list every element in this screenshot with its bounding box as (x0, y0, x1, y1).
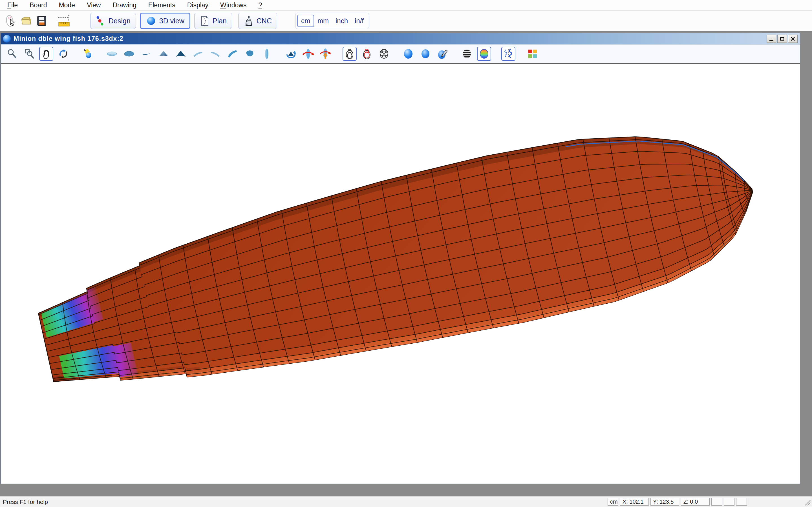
close-icon (791, 37, 795, 41)
open-folder-icon-svg (20, 14, 33, 27)
cnc-mode-icon (244, 15, 254, 27)
unit-inch-button[interactable]: inch (332, 15, 351, 26)
zoom-icon[interactable] (5, 47, 19, 61)
mesh-sphere-icon[interactable] (377, 47, 391, 61)
view-three-quarter-icon-svg (243, 48, 256, 59)
view-front-solid-icon[interactable] (174, 47, 188, 61)
spin-horizontal-icon[interactable] (301, 47, 315, 61)
light-icon-svg (82, 48, 93, 59)
view-rail-right-icon[interactable] (208, 47, 222, 61)
menu-elements[interactable]: Elements (148, 1, 175, 9)
view-deck-icon[interactable] (105, 47, 119, 61)
view-front-solid-icon-svg (174, 48, 187, 59)
menu-windows[interactable]: Windows (220, 1, 246, 9)
design-mode-label: Design (109, 17, 131, 25)
plan-mode-icon (200, 15, 210, 26)
design-mode-button[interactable]: Design (90, 13, 136, 29)
3d-canvas[interactable] (1, 64, 800, 484)
maximize-button[interactable] (777, 35, 787, 43)
minimize-button[interactable] (767, 35, 776, 43)
close-button[interactable] (788, 35, 798, 43)
menu-board[interactable]: Board (30, 1, 47, 9)
zebra-stripes-icon[interactable] (460, 47, 474, 61)
view-toolbar (1, 45, 800, 64)
zoom-window-icon[interactable] (22, 47, 36, 61)
menu-bar: File Board Mode View Drawing Elements Di… (0, 0, 812, 11)
document-window: Minion dble wing fish 176.s3dx:2 (1, 33, 800, 484)
design-mode-icon (96, 15, 106, 26)
view-rail-left-icon[interactable] (191, 47, 205, 61)
view-three-quarter-icon[interactable] (243, 47, 257, 61)
surfboard-3d-render (1, 64, 800, 484)
view-thickness-icon[interactable] (139, 47, 153, 61)
color-palette-icon[interactable] (525, 47, 540, 61)
status-z: Z: 0.0 (681, 498, 710, 506)
save-icon-svg (35, 14, 48, 27)
rotate-flip-icon-svg (285, 48, 297, 60)
rotate-flip-icon[interactable] (284, 47, 298, 61)
3d-view-mode-label: 3D view (159, 17, 185, 25)
new-board-pointer-icon-svg (4, 14, 17, 27)
status-help-text: Press F1 for help (3, 499, 48, 505)
document-titlebar[interactable]: Minion dble wing fish 176.s3dx:2 (1, 33, 800, 45)
spin-vertical-icon[interactable] (318, 47, 333, 61)
units-group: cm mm inch in/f (295, 13, 369, 29)
zebra-stripes-icon-svg (461, 48, 473, 60)
menu-drawing[interactable]: Drawing (112, 1, 136, 9)
main-toolbar: Design 3D view Plan CNC cm mm inch in/ (0, 11, 812, 32)
symmetry-compare-icon[interactable] (501, 47, 515, 61)
save-icon[interactable] (34, 13, 49, 29)
unit-mm-button[interactable]: mm (314, 15, 332, 26)
shaded-sphere-icon[interactable] (401, 47, 415, 61)
unit-inf-button[interactable]: in/f (351, 15, 367, 26)
unit-cm-button[interactable]: cm (297, 15, 314, 27)
zoom-window-icon-svg (23, 48, 35, 59)
wireframe-red-icon-svg (361, 48, 372, 60)
view-perspective-icon-svg (226, 48, 239, 59)
pan-hand-icon[interactable] (39, 47, 53, 61)
wireframe-board-icon[interactable] (343, 47, 357, 61)
rotate-view-icon[interactable] (56, 47, 70, 61)
curvature-map-icon-svg (478, 48, 490, 60)
resize-grip-icon[interactable] (804, 499, 811, 506)
view-front-shaded-icon-svg (157, 48, 170, 59)
status-coordinates: cm X: 102.1 Y: 123.5 Z: 0.0 (608, 498, 747, 506)
dimensions-icon[interactable] (56, 13, 71, 29)
menu-mode[interactable]: Mode (59, 1, 75, 9)
3d-view-mode-button[interactable]: 3D view (140, 13, 190, 29)
menu-help[interactable]: ? (258, 1, 262, 9)
menu-view[interactable]: View (87, 1, 101, 9)
view-outline-vertical-icon[interactable] (260, 47, 274, 61)
cnc-mode-label: CNC (257, 17, 272, 25)
status-bar: Press F1 for help cm X: 102.1 Y: 123.5 Z… (0, 496, 812, 507)
dimensions-icon-svg (57, 14, 71, 28)
view-perspective-icon[interactable] (225, 47, 239, 61)
menu-display[interactable]: Display (187, 1, 208, 9)
view-outline-vertical-icon-svg (262, 48, 271, 60)
view-bottom-icon[interactable] (122, 47, 136, 61)
minimize-icon (769, 40, 773, 41)
mesh-sphere-icon-svg (378, 48, 390, 60)
cnc-mode-button[interactable]: CNC (238, 13, 277, 29)
pan-hand-icon-svg (41, 48, 52, 59)
view-front-shaded-icon[interactable] (156, 47, 170, 61)
plan-mode-button[interactable]: Plan (194, 13, 232, 29)
open-folder-icon[interactable] (18, 13, 34, 29)
new-board-pointer-icon[interactable] (3, 13, 18, 29)
smooth-sphere-icon-svg (419, 48, 432, 60)
maximize-icon (780, 37, 784, 41)
wireframe-red-icon[interactable] (360, 47, 374, 61)
mdi-workspace: Minion dble wing fish 176.s3dx:2 (0, 32, 812, 496)
window-controls (767, 35, 798, 43)
menu-file[interactable]: File (7, 1, 18, 9)
status-x: X: 102.1 (620, 498, 649, 506)
curvature-map-icon[interactable] (477, 47, 491, 61)
spin-vertical-icon-svg (319, 48, 332, 60)
light-icon[interactable] (81, 47, 95, 61)
view-rail-left-icon-svg (192, 48, 204, 59)
rotate-view-icon-svg (58, 48, 69, 59)
smooth-sphere-icon[interactable] (418, 47, 433, 61)
edit-texture-icon[interactable] (436, 47, 450, 61)
status-empty-2 (724, 498, 734, 506)
symmetry-compare-icon-svg (502, 48, 514, 60)
